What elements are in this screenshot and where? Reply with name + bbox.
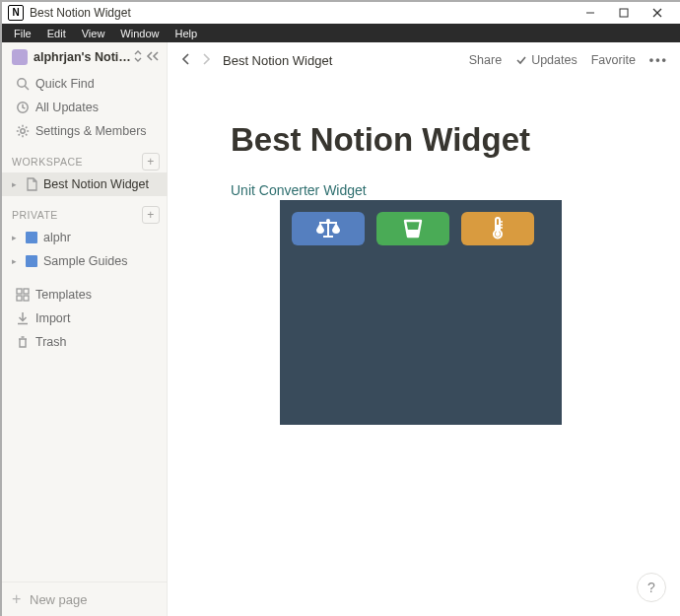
help-button[interactable]: ? [637, 573, 666, 602]
breadcrumb[interactable]: Best Notion Widget [223, 53, 332, 68]
workspace-name: alphrjan's Notion [34, 50, 132, 64]
templates-label: Templates [35, 288, 160, 302]
svg-line-12 [19, 127, 20, 128]
chevron-right-icon[interactable]: ▸ [12, 179, 24, 189]
plus-icon: + [12, 590, 30, 608]
new-page-label: New page [30, 592, 88, 607]
svg-rect-18 [17, 296, 22, 301]
widget-cup-button[interactable] [376, 212, 449, 245]
svg-point-7 [21, 129, 25, 133]
page-emoji-icon [24, 255, 39, 267]
svg-line-14 [26, 127, 27, 128]
menu-edit[interactable]: Edit [39, 26, 74, 41]
sidebar-page-alphr[interactable]: ▸ alphr [2, 226, 168, 249]
sidebar: alphrjan's Notion Quick Find All Updates [2, 42, 168, 616]
svg-line-5 [25, 86, 29, 90]
sidebar-page-label: Best Notion Widget [43, 177, 160, 191]
svg-point-4 [18, 79, 26, 87]
download-icon [14, 311, 32, 325]
section-header-workspace[interactable]: WORKSPACE + [2, 151, 168, 172]
maximize-button[interactable] [607, 2, 641, 24]
svg-rect-1 [620, 9, 628, 17]
close-button[interactable] [641, 2, 674, 24]
section-private-label: PRIVATE [12, 209, 142, 221]
app-icon: N [8, 5, 24, 21]
workspace-avatar-icon [12, 49, 28, 65]
page-content: Best Notion Widget Unit Converter Widget [168, 78, 680, 616]
menu-help[interactable]: Help [167, 26, 205, 41]
templates[interactable]: Templates [2, 283, 168, 307]
favorite-button[interactable]: Favorite [591, 53, 636, 67]
search-icon [14, 77, 32, 91]
section-header-private[interactable]: PRIVATE + [2, 204, 168, 226]
widget-scale-button[interactable] [292, 212, 365, 245]
chevron-updown-icon [134, 50, 142, 64]
menu-file[interactable]: File [6, 26, 39, 41]
all-updates-label: All Updates [35, 101, 160, 114]
menu-view[interactable]: View [74, 26, 113, 41]
add-page-workspace-button[interactable]: + [142, 153, 160, 171]
updates-label: Updates [531, 53, 578, 67]
page-doc-icon [24, 177, 39, 191]
svg-line-13 [26, 134, 27, 135]
clock-icon [14, 101, 32, 114]
settings-members[interactable]: Settings & Members [2, 119, 168, 143]
trash-icon [14, 335, 32, 349]
scale-icon [314, 218, 342, 240]
all-updates[interactable]: All Updates [2, 96, 168, 119]
workspace-switcher[interactable]: alphrjan's Notion [2, 42, 168, 72]
svg-rect-16 [17, 289, 22, 294]
sidebar-page-sample-guides[interactable]: ▸ Sample Guides [2, 249, 168, 273]
topbar: Best Notion Widget Share Updates Favorit… [168, 42, 680, 78]
section-workspace-label: WORKSPACE [12, 156, 142, 168]
nav-forward-button[interactable] [199, 52, 213, 69]
menu-window[interactable]: Window [112, 26, 167, 41]
check-icon [515, 54, 527, 66]
main-area: Best Notion Widget Share Updates Favorit… [168, 42, 680, 616]
import[interactable]: Import [2, 307, 168, 330]
unit-converter-link[interactable]: Unit Converter Widget [231, 182, 641, 198]
chevron-right-icon[interactable]: ▸ [12, 256, 24, 266]
more-button[interactable]: ••• [649, 53, 668, 67]
add-page-private-button[interactable]: + [142, 206, 160, 224]
svg-rect-19 [24, 296, 29, 301]
page-title[interactable]: Best Notion Widget [231, 121, 641, 159]
nav-back-button[interactable] [179, 52, 193, 69]
window-titlebar: N Best Notion Widget [2, 2, 680, 24]
settings-members-label: Settings & Members [35, 124, 160, 138]
thermometer-icon [490, 217, 506, 240]
trash[interactable]: Trash [2, 330, 168, 354]
svg-line-15 [19, 134, 20, 135]
share-button[interactable]: Share [469, 53, 502, 67]
collapse-sidebar-button[interactable] [146, 50, 160, 65]
widget-embed[interactable] [280, 200, 562, 425]
trash-label: Trash [35, 335, 160, 349]
chevron-right-icon[interactable]: ▸ [12, 233, 24, 242]
window-title: Best Notion Widget [30, 6, 131, 20]
menu-bar: File Edit View Window Help [2, 24, 680, 42]
new-page-button[interactable]: + New page [2, 582, 168, 616]
minimize-button[interactable] [574, 2, 607, 24]
templates-icon [14, 288, 32, 302]
widget-thermometer-button[interactable] [461, 212, 534, 245]
updates-button[interactable]: Updates [515, 53, 578, 67]
sidebar-page-label: Sample Guides [43, 254, 160, 268]
svg-point-23 [326, 219, 330, 223]
sidebar-page-label: alphr [43, 231, 160, 244]
svg-rect-17 [24, 289, 29, 294]
quick-find-label: Quick Find [35, 77, 160, 91]
gear-icon [14, 124, 32, 138]
sidebar-page-best-notion-widget[interactable]: ▸ Best Notion Widget [2, 172, 168, 196]
quick-find[interactable]: Quick Find [2, 72, 168, 96]
page-emoji-icon [24, 232, 39, 243]
import-label: Import [35, 311, 160, 325]
cup-icon [401, 218, 425, 240]
